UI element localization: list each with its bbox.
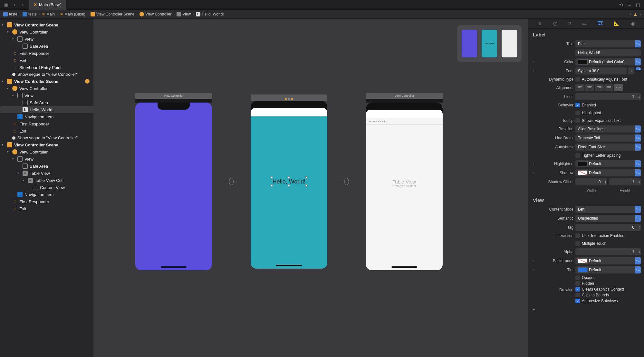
align-right-button[interactable] [595, 84, 604, 91]
bc-mainbase[interactable]: ✕Main (Base) [60, 12, 85, 16]
highlighted-color-select[interactable]: Default⌃⌄ [575, 160, 641, 167]
contentmode-select[interactable]: Left⌃⌄ [575, 206, 641, 213]
add-background-button[interactable]: + [532, 259, 536, 263]
add-color-button[interactable]: + [532, 60, 536, 64]
connections-inspector-icon[interactable]: ◉ [631, 21, 635, 26]
attributes-inspector-icon[interactable] [598, 21, 603, 26]
shadow-color-select[interactable]: Default⌃⌄ [575, 169, 641, 176]
tag-stepper[interactable]: 0▲▼ [575, 224, 641, 231]
segue-1-icon[interactable]: —→ [225, 178, 238, 185]
align-natural-button[interactable] [614, 84, 623, 91]
enabled-checkbox[interactable]: ✓ [575, 103, 580, 107]
add-drawing-button[interactable]: + [532, 307, 536, 312]
scene-vc3[interactable]: View Controller Prototype Cells Table Vi… [366, 93, 443, 270]
color-select[interactable]: Default (Label Color)⌃⌄ [575, 58, 641, 65]
outline-item[interactable]: Safe Area [0, 43, 93, 50]
tighten-checkbox[interactable] [575, 153, 580, 158]
add-font-button[interactable]: + [532, 69, 536, 74]
shadow-height-stepper[interactable]: -1▲▼ [609, 178, 641, 185]
outline-item[interactable]: Show segue to "View Controller" [0, 71, 93, 78]
drawing-autoresize-subviews-checkbox[interactable]: ✓ [575, 299, 580, 303]
segue-2-icon[interactable]: —→ [340, 178, 353, 185]
bc-project[interactable]: teste [3, 12, 17, 16]
shadow-width-stepper[interactable]: 0▲▼ [575, 178, 607, 185]
align-center-button[interactable] [585, 84, 594, 91]
outline-item[interactable]: ▾View Controller [0, 28, 93, 35]
outline-item[interactable]: ▾View [0, 92, 93, 99]
outline-item[interactable]: ▾View [0, 35, 93, 43]
semantic-select[interactable]: Unspecified⌃⌄ [575, 215, 641, 222]
align-left-button[interactable] [575, 84, 584, 91]
drawing-clips-to-bounds-checkbox[interactable] [575, 293, 580, 297]
scene-vc2[interactable]: Hello, World! [251, 94, 327, 269]
outline-item[interactable]: ‹Navigation Item [0, 113, 93, 120]
drawing-opaque-checkbox[interactable] [575, 275, 580, 280]
outline-item[interactable]: LHello, World! [0, 106, 93, 113]
minimap[interactable]: Hello, World! [457, 25, 522, 62]
outline-item[interactable]: Safe Area [0, 99, 93, 106]
font-picker-button[interactable]: T [628, 67, 634, 74]
minimap-vc2[interactable]: Hello, World! [482, 30, 497, 57]
outline-item[interactable]: ▾≡Table View [0, 170, 93, 177]
identity-inspector-icon[interactable]: ▭ [582, 21, 587, 26]
forward-icon[interactable]: › [19, 1, 26, 8]
outline-item[interactable]: →Storyboard Entry Point [0, 64, 93, 71]
refresh-icon[interactable]: ⟲ [618, 1, 625, 8]
bc-scene[interactable]: View Controller Scene [91, 12, 135, 16]
outline-item[interactable]: ⬡First Responder [0, 198, 93, 205]
outline-item[interactable]: Content View [0, 184, 93, 191]
highlighted-checkbox[interactable] [575, 111, 580, 115]
lines-stepper[interactable]: 1▲▼ [575, 93, 641, 100]
dynamic-type-checkbox[interactable] [575, 77, 580, 82]
outline-item[interactable]: ▾View Controller [0, 85, 93, 92]
bc-prev-icon[interactable]: ‹ [630, 12, 631, 16]
outline-item[interactable]: ⬡Exit [0, 57, 93, 64]
back-icon[interactable]: ‹ [11, 1, 18, 8]
tooltip-checkbox[interactable] [575, 118, 580, 123]
bc-view[interactable]: View [177, 12, 191, 16]
minimap-vc1[interactable] [462, 30, 477, 57]
bc-vc[interactable]: View Controller [139, 12, 171, 16]
add-tint-button[interactable]: + [532, 268, 536, 273]
align-justify-button[interactable] [604, 84, 613, 91]
outline-scene-header[interactable]: ▾View Controller Scene [0, 21, 93, 28]
scene-vc1[interactable]: View Controller [135, 93, 212, 270]
outline-item[interactable]: ▾≡Table View Cell [0, 177, 93, 184]
outline-scene-header[interactable]: ▾View Controller Scene [0, 141, 93, 148]
background-select[interactable]: Default⌃⌄ [575, 257, 641, 264]
add-shadow-button[interactable]: + [532, 171, 536, 175]
help-inspector-icon[interactable]: ? [568, 21, 571, 26]
outline-item[interactable]: ⬡Exit [0, 127, 93, 134]
size-inspector-icon[interactable]: 📐 [614, 21, 620, 26]
hello-label[interactable]: Hello, World! [272, 177, 306, 185]
bc-next-icon[interactable]: › [639, 12, 641, 16]
outline-item[interactable]: ⬡Exit [0, 205, 93, 212]
text-value-field[interactable]: Hello, World! [575, 49, 641, 56]
outline-item[interactable]: ▾View [0, 155, 93, 163]
warning-icon[interactable]: ▲ [633, 12, 638, 17]
text-mode-select[interactable]: Plain⌃⌄ [575, 40, 641, 47]
lines-icon[interactable]: ≡ [626, 1, 633, 8]
grid-icon[interactable]: ▦ [3, 1, 10, 8]
panel-icon[interactable]: ◫ [634, 1, 641, 8]
outline-item[interactable]: ▾View Controller [0, 148, 93, 155]
outline-item[interactable]: ⬡First Responder [0, 50, 93, 57]
canvas[interactable]: Hello, World! → View Controller —→ Hello… [93, 19, 528, 357]
drawing-hidden-checkbox[interactable] [575, 281, 580, 286]
file-tab[interactable]: ✕ Main (Base) [29, 0, 66, 10]
uie-checkbox[interactable] [575, 233, 580, 238]
multitouch-checkbox[interactable] [575, 241, 580, 246]
drawing-clears-graphics-context-checkbox[interactable]: ✓ [575, 287, 580, 292]
file-inspector-icon[interactable]: 🗎 [537, 21, 542, 26]
history-inspector-icon[interactable]: ◷ [553, 21, 557, 26]
bc-folder[interactable]: teste [23, 12, 37, 16]
font-field[interactable]: System 38.0 [575, 67, 627, 74]
add-highlighted-button[interactable]: + [532, 162, 536, 166]
outline-item[interactable]: Show segue to "View Controller" [0, 134, 93, 141]
bc-main[interactable]: ✕Main [42, 12, 55, 16]
bc-hello[interactable]: LHello, World! [196, 12, 224, 16]
outline-item[interactable]: Safe Area [0, 163, 93, 170]
tint-select[interactable]: Default⌃⌄ [575, 266, 641, 273]
minimap-vc3[interactable] [502, 30, 517, 57]
outline-item[interactable]: ⬡First Responder [0, 120, 93, 127]
